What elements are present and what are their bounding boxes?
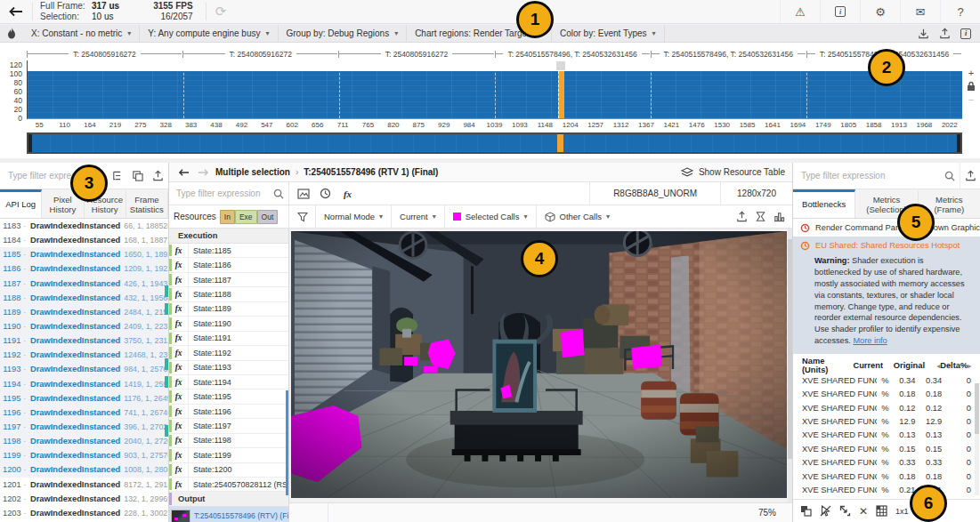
selected-calls-dropdown[interactable]: Selected Calls▾	[445, 205, 537, 228]
import-icon[interactable]	[914, 27, 932, 41]
bottleneck-item[interactable]: EU Shared: Shared Resources Hotspot	[793, 237, 980, 254]
timeline-minimap[interactable]	[27, 133, 962, 154]
execution-state-row[interactable]: fxState:1191	[169, 332, 288, 346]
region-select-icon[interactable]	[839, 505, 851, 517]
other-calls-dropdown[interactable]: Other Calls▾	[537, 205, 619, 228]
history-clock-icon[interactable]	[315, 182, 336, 205]
api-log-row[interactable]: 1186DrawIndexedInstanced1209, 1, 192222,…	[0, 261, 168, 276]
api-log-row[interactable]: 1196DrawIndexedInstanced741, 1, 267462, …	[0, 406, 168, 420]
show-resource-table-button[interactable]: Show Resource Table	[681, 167, 785, 178]
metric-row[interactable]: XVE SHARED FUNCTION AC...%0.330.330	[793, 456, 980, 470]
metrics-scrollbar[interactable]	[975, 383, 979, 495]
settings-gear-icon[interactable]: ⚙	[860, 0, 900, 23]
metrics-filter-input[interactable]	[801, 171, 939, 181]
filter-funnel-icon[interactable]	[289, 205, 316, 228]
pointer-disabled-icon[interactable]	[820, 505, 831, 517]
export-image-icon[interactable]	[736, 211, 748, 222]
metric-row[interactable]: XVE SHARED FUNCTION AC...%0.180.180	[793, 470, 980, 483]
display-mode-dropdown[interactable]: Normal Mode▾	[316, 205, 392, 228]
api-log-row[interactable]: 1188DrawIndexedInstanced432, 1, 195609, …	[0, 291, 168, 305]
fx-shader-icon[interactable]: fx	[337, 182, 358, 205]
metric-row[interactable]: XVE SHARED FUNCTION AC...%0.180.180	[793, 387, 980, 400]
minimap-left-handle[interactable]	[28, 134, 32, 152]
lock-icon[interactable]	[967, 81, 976, 92]
breadcrumb-current-resource[interactable]: T:2540515578496 (RTV 1) (Final)	[304, 167, 438, 177]
execution-state-row[interactable]: fxState:1198	[169, 434, 288, 448]
api-log-row[interactable]: 1191DrawIndexedInstanced3750, 1, 231279,…	[0, 333, 168, 348]
zoom-in-button[interactable]: +	[968, 68, 974, 78]
nav-forward-icon[interactable]	[196, 168, 210, 177]
help-icon[interactable]: ?	[940, 0, 980, 23]
minimap-right-handle[interactable]	[957, 134, 960, 152]
timeline-plot-area[interactable]	[27, 60, 962, 119]
header-delta[interactable]: ◂Delta%▸	[925, 361, 971, 370]
export-icon[interactable]	[148, 163, 168, 189]
api-log-row[interactable]: 1189DrawIndexedInstanced2484, 1, 215868,…	[0, 305, 168, 319]
output-resource-row[interactable]: T:2540515578496 (RTV) (Final)	[169, 507, 288, 522]
zoom-out-button[interactable]: −	[968, 94, 974, 105]
execution-state-row[interactable]: fxState:1188	[169, 287, 288, 301]
tab-bottlenecks[interactable]: Bottlenecks	[793, 189, 855, 218]
execution-state-row[interactable]: fxState:2540570828112 (RS)	[169, 478, 288, 492]
api-log-row[interactable]: 1187DrawIndexedInstanced426, 1, 194325, …	[0, 277, 168, 291]
selection-stripe[interactable]	[558, 71, 564, 118]
copy-icon[interactable]	[127, 163, 148, 189]
header-original[interactable]: Original	[883, 361, 925, 370]
resources-scrollbar[interactable]	[286, 390, 288, 496]
api-log-row[interactable]: 1199DrawIndexedInstanced903, 1, 275763, …	[0, 448, 168, 462]
api-log-row[interactable]: 1184DrawIndexedInstanced168, 1, 188718, …	[0, 233, 168, 247]
execution-state-row[interactable]: fxState:1190	[169, 317, 288, 331]
resource-filter-input[interactable]	[176, 189, 268, 198]
api-log-row[interactable]: 1197DrawIndexedInstanced396, 1, 270219, …	[0, 420, 168, 434]
timeline-region[interactable]: T: 2540515578496, T: 2540532631456	[651, 48, 806, 60]
header-current[interactable]: Current	[841, 361, 883, 370]
execution-state-row[interactable]: fxState:1200	[169, 463, 288, 478]
tree-view-icon[interactable]	[107, 163, 127, 189]
bottleneck-item[interactable]: Render Command Parser: Unknown Graphics …	[793, 219, 980, 237]
breadcrumb-multiple-selection[interactable]: Multiple selection	[215, 167, 290, 177]
x-metric-dropdown[interactable]: X: Constant - no metric▾	[23, 25, 140, 42]
image-view-icon[interactable]	[293, 182, 313, 205]
api-log-row[interactable]: 1202DrawIndexedInstanced132, 1, 299691, …	[0, 492, 168, 506]
api-log-row[interactable]: 1185DrawIndexedInstanced1650, 1, 189228,…	[0, 247, 168, 261]
api-log-row[interactable]: 1192DrawIndexedInstanced12468, 1, 239847…	[0, 348, 168, 362]
export-icon[interactable]	[960, 163, 980, 189]
api-log-row[interactable]: 1198DrawIndexedInstanced2040, 1, 272019,…	[0, 434, 168, 448]
execution-state-row[interactable]: fxState:1199	[169, 448, 288, 462]
api-log-row[interactable]: 1183DrawIndexedInstanced66, 1, 188526, 5…	[0, 219, 168, 233]
timeline-region[interactable]: T: 2540805916272	[338, 48, 494, 60]
tab-api-log[interactable]: API Log	[0, 189, 42, 218]
metric-row[interactable]: XVE SHARED FUNCTION AC...%0.210.210	[793, 484, 980, 497]
histogram-icon[interactable]	[773, 211, 785, 222]
execution-state-row[interactable]: fxState:1189	[169, 302, 288, 317]
execution-state-row[interactable]: fxState:1187	[169, 273, 288, 287]
panel-info-icon[interactable]: i	[957, 27, 975, 41]
execution-state-row[interactable]: fxState:1192	[169, 346, 288, 360]
tab-frame-statistics[interactable]: Frame Statistics	[126, 189, 168, 218]
metric-row[interactable]: XVE SHARED FUNCTION AC...%0.130.130	[793, 429, 980, 442]
refresh-icon[interactable]: ⟳	[207, 0, 236, 23]
export-icon[interactable]	[935, 27, 953, 41]
timeline-region[interactable]: T: 2540805916272	[182, 48, 338, 60]
header-name[interactable]: Name (Units)	[802, 357, 841, 374]
api-log-row[interactable]: 1201DrawIndexedInstanced8172, 1, 291375,…	[0, 478, 168, 492]
grid-icon[interactable]	[876, 505, 887, 517]
execution-state-row[interactable]: fxState:1194	[169, 375, 288, 389]
group-by-dropdown[interactable]: Group by: Debug Regions▾	[279, 25, 408, 42]
api-log-row[interactable]: 1200DrawIndexedInstanced1008, 1, 280638,…	[0, 462, 168, 477]
execution-state-row[interactable]: fxState:1197	[169, 419, 288, 433]
nav-back-icon[interactable]	[176, 168, 190, 177]
warning-icon[interactable]: ⚠	[780, 0, 820, 23]
filter-chip-out[interactable]: Out	[257, 210, 279, 224]
timeline-region[interactable]: T: 2540515578496, T: 2540532631456	[495, 48, 651, 60]
color-by-dropdown[interactable]: Color by: Event Types▾	[552, 25, 665, 42]
api-log-row[interactable]: 1190DrawIndexedInstanced2409, 1, 223170,…	[0, 319, 168, 333]
metric-row[interactable]: XVE SHARED FUNCTION AC...%0.120.120	[793, 401, 980, 414]
execution-state-row[interactable]: fxState:1186	[169, 258, 288, 272]
timeline-region[interactable]: T: 2540805916272	[27, 48, 182, 60]
y-metric-dropdown[interactable]: Y: Any compute engine busy▾	[140, 25, 278, 42]
execution-state-row[interactable]: fxState:1193	[169, 361, 288, 375]
execution-state-row[interactable]: fxState:1195	[169, 389, 288, 404]
api-log-row[interactable]: 1195DrawIndexedInstanced1176, 1, 264921,…	[0, 391, 168, 406]
hourglass-compare-icon[interactable]	[755, 211, 766, 222]
